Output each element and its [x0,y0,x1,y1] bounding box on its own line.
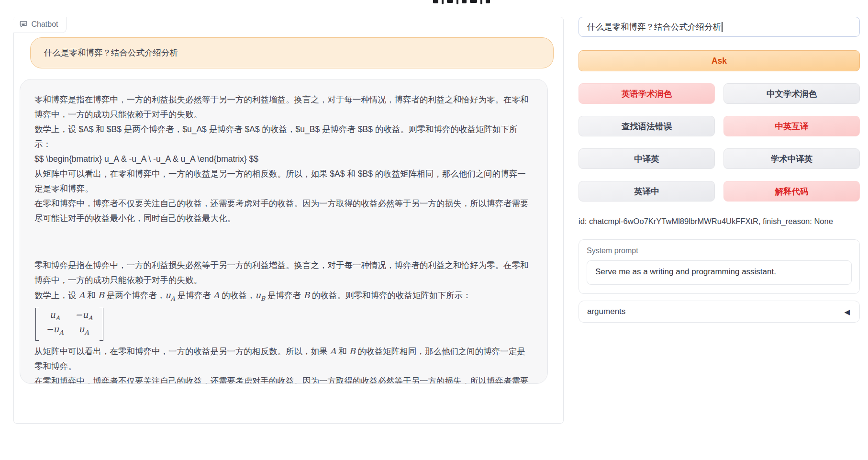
math-var: uB [255,290,265,300]
button-chinese-academic-polish[interactable]: 中文学术润色 [723,83,860,104]
button-academic-chinese-to-english[interactable]: 学术中译英 [723,148,860,169]
math-var: B [303,290,310,300]
system-prompt-label: System prompt [587,247,852,255]
button-explain-code[interactable]: 解释代码 [723,181,860,202]
paragraph-gap [34,226,533,258]
ask-button[interactable]: Ask [579,50,860,71]
bot-math-paragraph: 从矩阵中可以看出，在零和博弈中，一方的收益是另一方的相反数。所以，如果 A 和 … [34,344,533,374]
button-english-to-chinese[interactable]: 英译中 [579,181,715,202]
matrix-cell: uA [75,324,93,338]
math-var: A [78,290,85,300]
matrix-right-bracket [100,308,103,341]
text-segment: 是博弈者 [175,291,213,300]
matrix-left-bracket [35,308,39,341]
matrix-cell: −uA [46,324,64,338]
math-var: A [213,290,220,300]
question-input[interactable]: 什么是零和博弈？结合公式介绍分析 [579,17,860,37]
payoff-matrix: uA −uA −uA uA [35,308,103,341]
arguments-accordion[interactable]: arguments ◀ [579,301,860,323]
question-input-value: 什么是零和博弈？结合公式介绍分析 [587,21,721,33]
chat-messages: 什么是零和博弈？结合公式介绍分析 零和博弈是指在博弈中，一方的利益损失必然等于另… [14,17,563,384]
chatbot-label-text: Chatbot [32,20,58,29]
text-segment: 和 [85,291,98,300]
system-prompt-group: System prompt Serve me as a writing and … [579,239,860,294]
bot-message-bubble: 零和博弈是指在博弈中，一方的利益损失必然等于另一方的利益增益。换言之，对于每一种… [20,79,548,384]
bot-paragraph: 从矩阵中可以看出，在零和博弈中，一方的收益是另一方的相反数。所以，如果 $A$ … [34,167,533,196]
text-caret [722,22,723,32]
button-chinese-to-english[interactable]: 中译英 [579,148,715,169]
bot-paragraph: 数学上，设 $A$ 和 $B$ 是两个博弈者，$u_A$ 是博弈者 $A$ 的收… [34,122,533,152]
bot-paragraph: 零和博弈是指在博弈中，一方的利益损失必然等于另一方的利益增益。换言之，对于每一种… [34,258,533,288]
math-var: B [98,290,104,300]
bot-paragraph: 在零和博弈中，博弈者不仅要关注自己的收益，还需要考虑对手的收益。因为一方取得的收… [34,374,533,384]
matrix-cell: −uA [75,309,93,324]
text-segment: 的收益， [220,291,256,300]
arguments-accordion-label: arguments [587,307,625,316]
bot-paragraph: 零和博弈是指在博弈中，一方的利益损失必然等于另一方的利益增益。换言之，对于每一种… [34,92,533,122]
chatbot-panel: Chatbot 什么是零和博弈？结合公式介绍分析 零和博弈是指在博弈中，一方的利… [13,17,564,424]
text-segment: 和 [336,347,349,356]
button-chinese-english-mutual-translate[interactable]: 中英互译 [723,116,860,136]
text-segment: 从矩阵中可以看出，在零和博弈中，一方的收益是另一方的相反数。所以，如果 [34,347,330,356]
math-var: B [349,346,356,356]
bot-math-paragraph: 数学上，设 A 和 B 是两个博弈者，uA 是博弈者 A 的收益，uB 是博弈者… [34,288,533,306]
user-message-bubble: 什么是零和博弈？结合公式介绍分析 [30,37,554,68]
accordion-collapsed-icon: ◀ [844,308,850,315]
bot-latex-source: $$ \begin{bmatrix} u_A & -u_A \ -u_A & u… [34,152,533,167]
math-var: A [330,346,336,356]
bot-paragraph: 在零和博弈中，博弈者不仅要关注自己的收益，还需要考虑对手的收益。因为一方取得的收… [34,196,533,226]
main-layout: Chatbot 什么是零和博弈？结合公式介绍分析 零和博弈是指在博弈中，一方的利… [0,0,868,424]
text-segment: 是博弈者 [265,291,303,300]
controls-column: 什么是零和博弈？结合公式介绍分析 Ask 英语学术润色 中文学术润色 查找语法错… [579,17,860,424]
math-var: uA [165,290,175,300]
system-prompt-input[interactable]: Serve me as a writing and programming as… [587,260,852,285]
text-segment: 数学上，设 [34,291,78,300]
clipped-page-title [433,0,490,4]
chat-bubble-icon [20,20,28,28]
button-find-grammar-errors[interactable]: 查找语法错误 [579,116,715,136]
user-message-text: 什么是零和博弈？结合公式介绍分析 [44,45,540,60]
completion-status-line: id: chatcmpl-6wOo7KrYTwMl89lbrMWRu4UkFFX… [579,217,860,226]
quick-actions-grid: 英语学术润色 中文学术润色 查找语法错误 中英互译 中译英 学术中译英 英译中 … [579,83,860,202]
chatbot-label: Chatbot [13,17,67,33]
button-english-academic-polish[interactable]: 英语学术润色 [579,83,715,104]
matrix-cell: uA [46,309,64,324]
text-segment: 的收益。则零和博弈的收益矩阵如下所示： [310,291,471,300]
text-segment: 是两个博弈者， [104,291,165,300]
